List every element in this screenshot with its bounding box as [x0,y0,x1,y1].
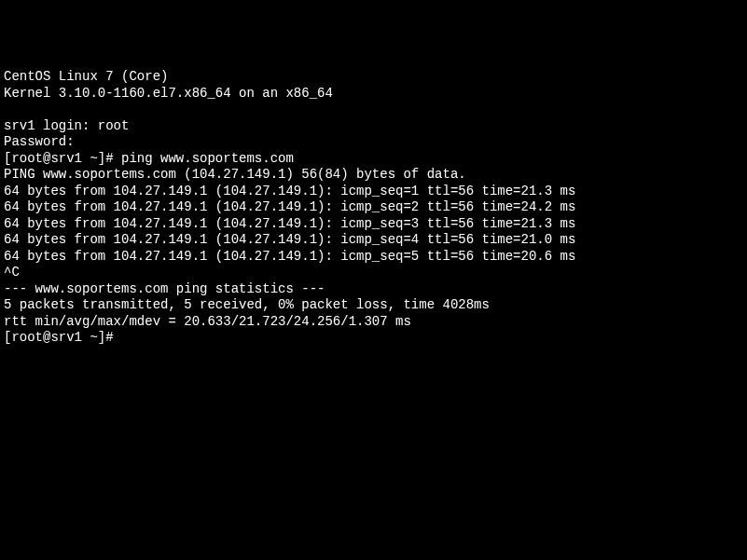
shell-prompt[interactable]: [root@srv1 ~]# [4,330,743,347]
ping-reply: 64 bytes from 104.27.149.1 (104.27.149.1… [4,199,743,216]
os-name-line: CentOS Linux 7 (Core) [4,69,743,86]
ping-reply: 64 bytes from 104.27.149.1 (104.27.149.1… [4,249,743,266]
ping-reply: 64 bytes from 104.27.149.1 (104.27.149.1… [4,216,743,233]
stats-header: --- www.soportems.com ping statistics --… [4,281,743,298]
ping-reply: 64 bytes from 104.27.149.1 (104.27.149.1… [4,184,743,200]
cursor-icon [121,332,129,345]
blank-line [4,102,743,118]
ping-header: PING www.soportems.com (104.27.149.1) 56… [4,167,743,184]
stats-rtt: rtt min/avg/max/mdev = 20.633/21.723/24.… [4,314,743,331]
password-prompt: Password: [4,134,743,151]
interrupt-signal: ^C [4,265,743,281]
login-prompt: srv1 login: root [4,118,743,135]
terminal-screen[interactable]: CentOS Linux 7 (Core)Kernel 3.10.0-1160.… [4,69,743,347]
ping-reply: 64 bytes from 104.27.149.1 (104.27.149.1… [4,232,743,249]
ping-command: [root@srv1 ~]# ping www.soportems.com [4,151,743,168]
prompt-text: [root@srv1 ~]# [4,330,121,345]
kernel-line: Kernel 3.10.0-1160.el7.x86_64 on an x86_… [4,86,743,102]
stats-packets: 5 packets transmitted, 5 received, 0% pa… [4,297,743,314]
